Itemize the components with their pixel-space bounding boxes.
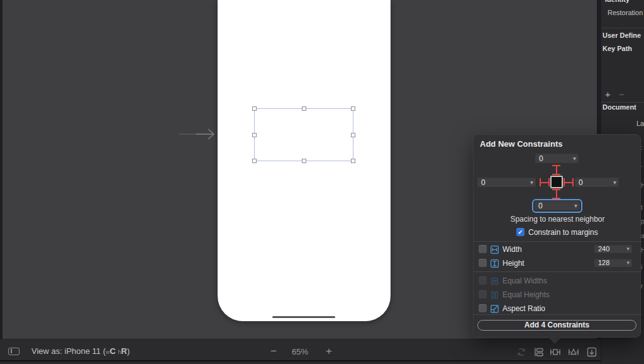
width-value: 240	[598, 245, 609, 253]
constrain-to-margins-label: Constrain to margins	[528, 228, 598, 237]
add-constraints-popover: Add New Constraints 0 ▾ 0 ▾ 0 ▾	[473, 134, 641, 338]
zoom-in-button[interactable]: +	[326, 345, 332, 358]
trailing-spacing-dropdown[interactable]: 0 ▾	[574, 178, 619, 188]
chevron-down-icon[interactable]: ▾	[530, 179, 533, 186]
width-value-dropdown[interactable]: 240 ▾	[594, 245, 633, 254]
chevron-down-icon[interactable]: ▾	[613, 179, 616, 186]
constrain-to-margins-checkbox[interactable]: ✓	[516, 228, 525, 236]
document-section-header: Document	[602, 103, 636, 111]
clipped-text-fragment: a	[641, 232, 644, 239]
zoom-out-button[interactable]: −	[270, 345, 277, 358]
spacing-caption: Spacing to nearest neighbor	[474, 215, 641, 224]
resize-handle[interactable]	[351, 106, 355, 111]
view-as-label: View as: iPhone 11 (	[31, 346, 106, 356]
chevron-down-icon[interactable]: ▾	[626, 259, 630, 266]
aspect-ratio-icon	[491, 304, 499, 312]
height-constraint-icon	[491, 259, 499, 267]
height-checkbox[interactable]	[479, 259, 487, 267]
aspect-ratio-checkbox[interactable]	[479, 304, 487, 312]
divider	[474, 271, 641, 272]
aspect-ratio-label: Aspect Ratio	[502, 304, 545, 313]
clipped-text-fragment: t	[641, 204, 643, 211]
canvas-bottom-bar: View as: iPhone 11 (wC hR) − 65% +	[0, 339, 601, 360]
storyboard-entry-arrow	[177, 128, 218, 140]
top-spacing-value: 0	[539, 154, 543, 163]
restoration-label: Restoration	[608, 9, 643, 16]
add-constraints-button[interactable]: Add 4 Constraints	[477, 320, 636, 331]
resize-handle[interactable]	[351, 133, 355, 137]
leading-spacing-value: 0	[481, 178, 486, 187]
bottom-spacing-value: 0	[538, 202, 543, 210]
align-icon[interactable]	[533, 346, 545, 358]
home-indicator-bar	[272, 316, 335, 318]
width-label: Width	[502, 245, 522, 254]
clipped-text-fragment: .	[641, 161, 643, 168]
divider	[601, 102, 644, 103]
divider	[474, 314, 641, 315]
resize-handle[interactable]	[302, 106, 306, 111]
bottom-constraint-anchor[interactable]	[552, 189, 560, 199]
width-checkbox[interactable]	[479, 245, 487, 253]
canvas-left-edge	[0, 0, 3, 364]
height-value: 128	[598, 259, 609, 266]
height-class-big: R	[121, 346, 127, 356]
chevron-down-icon[interactable]: ▾	[626, 246, 630, 252]
view-as-suffix: )	[127, 346, 130, 356]
bottom-spacing-dropdown[interactable]: 0 ▾	[534, 201, 580, 211]
leading-spacing-dropdown[interactable]: 0 ▾	[477, 178, 536, 188]
width-constraint-icon	[491, 245, 499, 253]
resize-handle[interactable]	[351, 159, 355, 163]
remove-attribute-button[interactable]: −	[619, 89, 625, 100]
equal-widths-icon	[491, 276, 499, 285]
bottom-spacing-focus-ring: 0 ▾	[532, 199, 582, 213]
equal-heights-checkbox	[479, 290, 487, 299]
device-bezel-icon	[8, 348, 19, 355]
equal-widths-label: Equal Widths	[502, 276, 547, 285]
popover-arrow	[548, 337, 562, 344]
popover-title: Add New Constraints	[480, 139, 562, 149]
clipped-text-fragment: r	[641, 283, 643, 290]
view-as-button[interactable]: View as: iPhone 11 (wC hR)	[31, 346, 130, 356]
key-path-column-header: Key Path	[602, 45, 632, 52]
update-frames-icon	[516, 346, 527, 358]
top-spacing-dropdown[interactable]: 0 ▾	[535, 154, 579, 164]
view-anchor-square	[550, 176, 563, 188]
resize-handle[interactable]	[252, 133, 257, 137]
label-fragment: La	[636, 120, 644, 127]
resize-handle[interactable]	[252, 159, 257, 163]
chevron-down-icon[interactable]: ▾	[574, 202, 577, 209]
selected-view-outline[interactable]	[254, 108, 353, 161]
clipped-text-fragment: H	[641, 247, 644, 254]
clipped-text-fragment: H	[641, 182, 644, 189]
add-new-constraints-icon[interactable]	[550, 346, 561, 358]
equal-widths-checkbox	[479, 276, 487, 285]
debug-bar-edge	[0, 361, 601, 364]
equal-heights-icon	[491, 290, 499, 299]
resize-handle[interactable]	[302, 159, 306, 163]
width-class-big: C	[110, 346, 116, 356]
divider	[601, 28, 644, 28]
height-label: Height	[502, 259, 525, 268]
clipped-text-fragment: :	[641, 144, 643, 151]
user-defined-section-header: User Define	[602, 31, 641, 39]
trailing-constraint-anchor[interactable]	[564, 178, 574, 186]
height-value-dropdown[interactable]: 128 ▾	[594, 259, 633, 268]
equal-heights-label: Equal Heights	[502, 290, 550, 299]
divider	[474, 241, 641, 242]
resolve-autolayout-issues-icon[interactable]	[568, 346, 579, 358]
zoom-level-label[interactable]: 65%	[292, 347, 308, 356]
add-attribute-button[interactable]: +	[605, 89, 611, 100]
identity-section-header: Identity	[605, 0, 630, 3]
clipped-text-fragment: i	[641, 264, 642, 271]
resize-handle[interactable]	[252, 106, 257, 111]
embed-in-icon[interactable]	[586, 346, 597, 358]
chevron-down-icon[interactable]: ▾	[573, 155, 576, 162]
xcode-interface-builder: Identity Restoration User Define Key Pat…	[0, 0, 644, 364]
leading-constraint-anchor[interactable]	[540, 178, 550, 186]
top-constraint-anchor[interactable]	[552, 165, 560, 175]
trailing-spacing-value: 0	[579, 178, 583, 187]
